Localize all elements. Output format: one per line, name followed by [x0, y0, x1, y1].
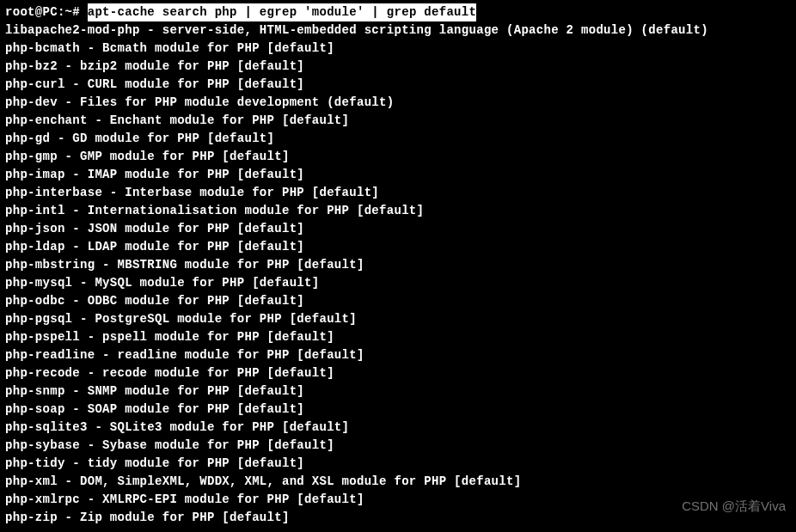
terminal-output-line: php-interbase - Interbase module for PHP…	[5, 184, 791, 202]
terminal-output-line: php-sybase - Sybase module for PHP [defa…	[5, 437, 791, 455]
terminal-output-line: php-xml - DOM, SimpleXML, WDDX, XML, and…	[5, 473, 791, 491]
terminal-output-line: php-pspell - pspell module for PHP [defa…	[5, 328, 791, 346]
terminal-output-line: php-ldap - LDAP module for PHP [default]	[5, 238, 791, 256]
terminal-output-line: php-json - JSON module for PHP [default]	[5, 220, 791, 238]
terminal-output-line: php-mysql - MySQL module for PHP [defaul…	[5, 274, 791, 292]
shell-command: apt-cache search php | egrep 'module' | …	[88, 3, 476, 21]
terminal-output-line: php-curl - CURL module for PHP [default]	[5, 76, 791, 94]
terminal-output-line: php-gmp - GMP module for PHP [default]	[5, 148, 791, 166]
terminal-next-prompt-line[interactable]: root@PC:~#	[5, 527, 791, 532]
terminal-output-line: php-bz2 - bzip2 module for PHP [default]	[5, 58, 791, 76]
terminal-output-line: php-xmlrpc - XMLRPC-EPI module for PHP […	[5, 491, 791, 509]
terminal-output-line: php-imap - IMAP module for PHP [default]	[5, 166, 791, 184]
terminal-output-line: php-dev - Files for PHP module developme…	[5, 94, 791, 112]
terminal-output-line: php-zip - Zip module for PHP [default]	[5, 509, 791, 527]
terminal-output-line: libapache2-mod-php - server-side, HTML-e…	[5, 21, 791, 40]
terminal-output-line: php-gd - GD module for PHP [default]	[5, 130, 791, 148]
terminal-output-line: php-enchant - Enchant module for PHP [de…	[5, 112, 791, 130]
terminal-output-line: php-odbc - ODBC module for PHP [default]	[5, 292, 791, 310]
terminal-output-line: php-recode - recode module for PHP [defa…	[5, 364, 791, 382]
terminal-output-line: php-pgsql - PostgreSQL module for PHP [d…	[5, 310, 791, 328]
terminal-output-line: php-soap - SOAP module for PHP [default]	[5, 401, 791, 419]
terminal-output-line: php-bcmath - Bcmath module for PHP [defa…	[5, 40, 791, 58]
terminal-output-line: php-mbstring - MBSTRING module for PHP […	[5, 256, 791, 274]
terminal-output-line: php-intl - Internationalisation module f…	[5, 202, 791, 220]
terminal-output-line: php-snmp - SNMP module for PHP [default]	[5, 382, 791, 401]
terminal-output-line: php-sqlite3 - SQLite3 module for PHP [de…	[5, 419, 791, 437]
terminal-output-line: php-readline - readline module for PHP […	[5, 346, 791, 364]
terminal-output: libapache2-mod-php - server-side, HTML-e…	[5, 21, 791, 527]
terminal-output-line: php-tidy - tidy module for PHP [default]	[5, 455, 791, 473]
terminal-prompt-line[interactable]: root@PC:~# apt-cache search php | egrep …	[5, 3, 791, 21]
shell-prompt: root@PC:~#	[5, 3, 88, 21]
